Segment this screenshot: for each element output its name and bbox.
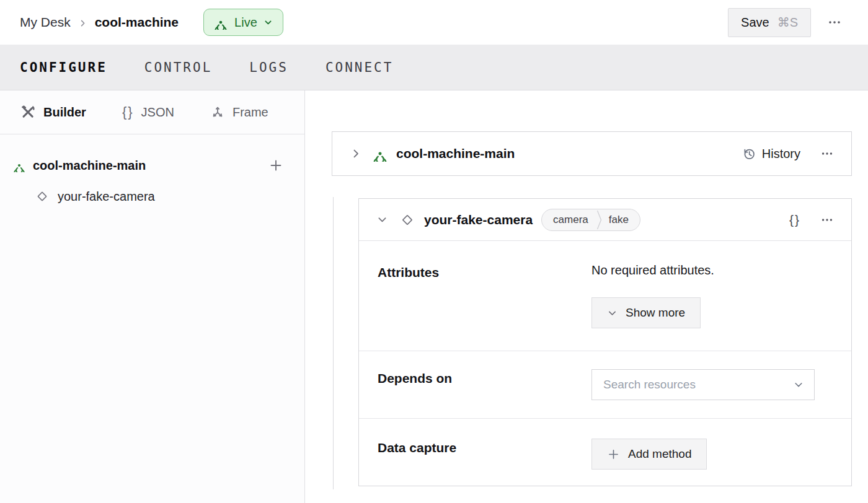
resource-card-menu-button[interactable] — [817, 209, 838, 230]
live-broadcast-icon — [213, 15, 228, 30]
chevron-down-icon — [607, 308, 618, 318]
axes-icon — [210, 105, 225, 120]
view-tab-label: Builder — [43, 105, 86, 120]
depends-on-section: Depends on Search resources — [359, 351, 851, 418]
view-tab-label: Frame — [232, 105, 268, 120]
braces-icon: {} — [122, 104, 134, 120]
main-nav-tabs: CONFIGURE CONTROL LOGS CONNECT — [0, 45, 868, 90]
machine-card: cool-machine-main History — [332, 131, 852, 176]
machine-card-title: cool-machine-main — [396, 146, 742, 161]
depends-on-select[interactable]: Search resources — [591, 369, 815, 400]
show-more-label: Show more — [626, 306, 685, 320]
resource-type: camera — [542, 214, 596, 226]
breadcrumb-parent[interactable]: My Desk — [20, 15, 71, 30]
resource-tree: cool-machine-main your-fake-camera — [0, 134, 304, 209]
attributes-label: Attributes — [378, 263, 591, 351]
tree-connector-line — [333, 197, 334, 489]
tree-camera-label: your-fake-camera — [58, 190, 155, 204]
live-status-label: Live — [234, 15, 257, 30]
ellipsis-icon — [827, 15, 842, 30]
tree-item-machine[interactable]: cool-machine-main — [0, 152, 304, 179]
save-shortcut: ⌘S — [777, 15, 798, 30]
tab-control[interactable]: CONTROL — [144, 60, 213, 75]
content-area: Builder {} JSON Frame — [0, 90, 868, 503]
plus-icon — [607, 448, 620, 461]
save-label: Save — [741, 15, 769, 30]
data-capture-label: Data capture — [378, 439, 591, 487]
resource-type-badge: camera fake — [541, 209, 640, 231]
select-chevron-down-icon — [793, 379, 804, 390]
history-label: History — [762, 147, 800, 161]
resource-json-button[interactable]: {} — [789, 212, 800, 227]
machine-status-dropdown[interactable]: Live — [203, 9, 283, 36]
ellipsis-icon — [820, 147, 834, 160]
breadcrumb: My Desk cool-machine Live — [20, 9, 283, 36]
header-overflow-menu-button[interactable] — [823, 11, 846, 33]
data-capture-section: Data capture Add method — [359, 418, 851, 487]
top-header: My Desk cool-machine Live Save ⌘S — [0, 0, 868, 45]
depends-on-label: Depends on — [378, 369, 591, 418]
tab-configure[interactable]: CONFIGURE — [20, 60, 107, 75]
view-tab-json[interactable]: {} JSON — [122, 104, 174, 120]
machine-card-expand-button[interactable] — [348, 146, 363, 161]
resource-card: your-fake-camera camera fake {} Attribut… — [358, 198, 852, 486]
history-clock-icon — [742, 147, 756, 161]
resource-card-header: your-fake-camera camera fake {} — [359, 199, 851, 241]
resource-model: fake — [603, 214, 640, 226]
machine-broadcast-icon — [12, 159, 26, 172]
add-component-button[interactable] — [266, 155, 286, 175]
history-button[interactable]: History — [742, 147, 800, 161]
view-tab-label: JSON — [141, 105, 174, 120]
braces-icon: {} — [789, 212, 800, 227]
chevron-right-icon — [350, 147, 362, 160]
header-actions: Save ⌘S — [728, 8, 846, 37]
ellipsis-icon — [820, 213, 834, 227]
breadcrumb-current: cool-machine — [95, 15, 179, 30]
tree-item-camera[interactable]: your-fake-camera — [0, 184, 304, 209]
chevron-down-icon — [376, 214, 388, 225]
machine-card-menu-button[interactable] — [817, 143, 838, 164]
configure-main-panel: cool-machine-main History your-fake — [305, 90, 868, 503]
tree-machine-label: cool-machine-main — [33, 159, 266, 173]
machine-broadcast-icon — [372, 146, 388, 162]
plus-icon — [268, 158, 283, 173]
tab-logs[interactable]: LOGS — [249, 60, 288, 75]
view-tab-frame[interactable]: Frame — [210, 105, 268, 120]
view-mode-tabs: Builder {} JSON Frame — [0, 90, 304, 134]
tab-connect[interactable]: CONNECT — [326, 60, 394, 75]
resource-card-collapse-button[interactable] — [375, 212, 389, 227]
show-more-button[interactable]: Show more — [591, 297, 701, 328]
badge-divider-icon — [596, 209, 603, 230]
resource-card-title: your-fake-camera — [424, 212, 533, 227]
chevron-down-icon — [264, 18, 273, 27]
component-diamond-icon — [35, 189, 50, 204]
configure-sidebar: Builder {} JSON Frame — [0, 90, 305, 503]
depends-on-placeholder: Search resources — [603, 378, 793, 391]
attributes-section: Attributes No required attributes. Show … — [359, 241, 851, 351]
tools-icon — [20, 104, 36, 120]
attributes-empty-text: No required attributes. — [591, 263, 833, 278]
breadcrumb-separator-icon — [78, 19, 87, 28]
component-diamond-icon — [399, 212, 415, 228]
view-tab-builder[interactable]: Builder — [20, 104, 86, 120]
add-method-label: Add method — [628, 447, 691, 461]
add-method-button[interactable]: Add method — [591, 439, 707, 470]
save-button[interactable]: Save ⌘S — [728, 8, 811, 37]
